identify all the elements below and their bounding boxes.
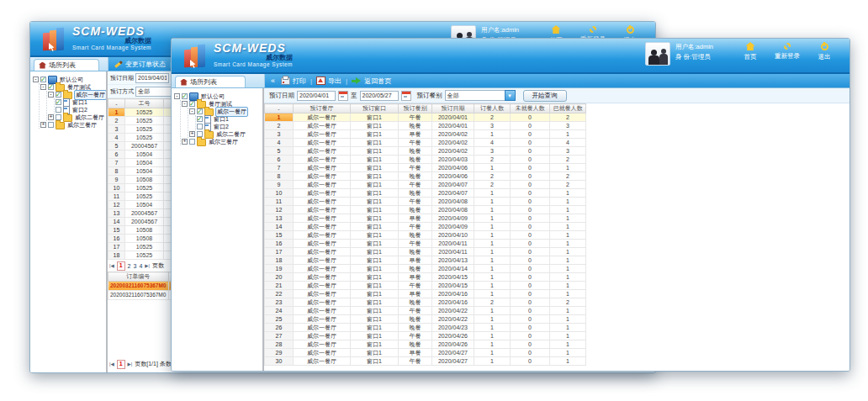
table-row[interactable]: 3威尔一餐厅窗口1早餐2020/04/02101 — [265, 130, 586, 139]
cell: 20004567 — [125, 218, 164, 226]
table-row[interactable]: 26威尔一餐厅窗口1晚餐2020/04/23101 — [265, 324, 586, 332]
table-row[interactable]: 22威尔一餐厅窗口1早餐2020/04/16101 — [265, 290, 586, 298]
nav-logout-button[interactable]: 退出 — [806, 42, 843, 61]
tree-node-label[interactable]: 威尔三餐厅 — [66, 121, 98, 129]
collapse-icon[interactable]: - — [189, 108, 195, 114]
collapse-sidebar-button[interactable]: « — [271, 77, 275, 85]
table-row[interactable]: 9威尔一餐厅窗口1午餐2020/04/07202 — [265, 181, 586, 189]
meal-type-select[interactable]: 全部 ▼ — [445, 90, 516, 101]
checkbox[interactable] — [182, 93, 188, 99]
checkbox[interactable] — [56, 92, 61, 98]
table-row[interactable]: 18威尔一餐厅窗口1早餐2020/04/13101 — [265, 256, 586, 265]
expand-icon[interactable]: + — [189, 131, 195, 137]
expand-icon[interactable]: + — [40, 122, 46, 128]
pager-bottom-first-button[interactable]: |◀ — [109, 361, 114, 367]
cell: 1 — [474, 340, 511, 349]
cell: 2 — [474, 298, 511, 307]
table-row[interactable]: 16威尔一餐厅窗口1午餐2020/04/11101 — [265, 240, 586, 248]
pager-bottom-last-button[interactable]: ▶| — [128, 361, 133, 367]
cell: 早餐 — [399, 349, 432, 357]
table-row[interactable]: 14威尔一餐厅窗口1午餐2020/04/09101 — [265, 223, 586, 231]
table-row[interactable]: 15威尔一餐厅窗口1晚餐2020/04/10101 — [265, 231, 586, 240]
chevron-down-icon[interactable]: ▼ — [505, 90, 516, 101]
cell: 20004567 — [125, 209, 164, 218]
nav-relogin-button[interactable]: 重新登录 — [769, 42, 806, 61]
nav-home-button[interactable]: 首页 — [732, 42, 769, 61]
tree-node-label[interactable]: 威尔三餐厅 — [208, 138, 239, 146]
table-row[interactable]: 28威尔一餐厅窗口1晚餐2020/04/26101 — [265, 340, 586, 349]
collapse-icon[interactable]: - — [48, 92, 54, 98]
table-row[interactable]: 20威尔一餐厅窗口1早餐2020/04/15101 — [265, 273, 586, 282]
date-from-input[interactable] — [297, 91, 336, 101]
places-list-tab[interactable]: 场所列表 — [175, 76, 246, 87]
cell: 10525 — [125, 134, 164, 142]
checkbox[interactable] — [48, 84, 54, 90]
cell: 0 — [511, 181, 550, 189]
table-row[interactable]: 2威尔一餐厅窗口1晚餐2020/04/01303 — [265, 122, 586, 130]
checkbox[interactable] — [197, 108, 203, 114]
checkbox[interactable] — [197, 116, 203, 122]
start-query-button[interactable]: 开始查询 — [523, 90, 567, 102]
pager-page-1[interactable]: 1 — [117, 261, 125, 271]
table-row[interactable]: 23威尔一餐厅窗口1晚餐2020/04/16202 — [265, 298, 586, 307]
collapse-icon[interactable]: - — [40, 84, 46, 90]
collapse-icon[interactable]: - — [33, 77, 39, 82]
expand-icon[interactable]: + — [48, 114, 54, 120]
pager-first-button[interactable]: |◀ — [109, 263, 114, 268]
cell: 窗口1 — [351, 315, 399, 324]
back-home-button[interactable]: 返回首页 — [352, 77, 391, 86]
table-row[interactable]: 13威尔一餐厅窗口1早餐2020/04/09101 — [265, 214, 586, 223]
table-row[interactable]: 7威尔一餐厅窗口1午餐2020/04/06101 — [265, 164, 586, 172]
pager-page-2[interactable]: 2 — [128, 263, 131, 269]
cell: 0 — [511, 147, 550, 156]
table-row[interactable]: 17威尔一餐厅窗口1晚餐2020/04/11101 — [265, 248, 586, 256]
checkbox[interactable] — [56, 107, 61, 113]
mode-input[interactable] — [135, 87, 174, 97]
date-input[interactable] — [135, 73, 169, 83]
places-list-tab[interactable]: 场所列表 — [34, 59, 99, 71]
cell: 1 — [550, 198, 586, 206]
pager-page-4[interactable]: 4 — [139, 263, 142, 269]
expand-icon[interactable]: + — [182, 139, 188, 145]
table-row[interactable]: 6威尔一餐厅窗口1晚餐2020/04/03202 — [265, 156, 586, 164]
cell: 1 — [474, 240, 511, 248]
pager-last-button[interactable]: ▶| — [145, 263, 150, 268]
cell: 2020/04/10 — [432, 231, 474, 240]
table-row[interactable]: 27威尔一餐厅窗口1午餐2020/04/26101 — [265, 332, 586, 340]
print-button[interactable]: 打印 — [281, 77, 306, 86]
table-row[interactable]: 12威尔一餐厅窗口1晚餐2020/04/08101 — [265, 206, 586, 214]
collapse-icon[interactable]: - — [182, 101, 188, 107]
table-row[interactable]: 19威尔一餐厅窗口1晚餐2020/04/14101 — [265, 265, 586, 273]
checkbox[interactable] — [56, 99, 61, 105]
table-row[interactable]: 8威尔一餐厅窗口1晚餐2020/04/06202 — [265, 172, 586, 181]
checkbox[interactable] — [197, 124, 203, 129]
change-order-status-button[interactable]: 变更订单状态 — [114, 60, 166, 69]
table-row[interactable]: 24威尔一餐厅窗口1午餐2020/04/22101 — [265, 307, 586, 315]
calendar-icon[interactable] — [401, 91, 411, 101]
checkbox[interactable] — [40, 77, 46, 82]
table-row[interactable]: 11威尔一餐厅窗口1午餐2020/04/08101 — [265, 198, 586, 206]
table-row[interactable]: 10威尔一餐厅窗口1晚餐2020/04/07101 — [265, 189, 586, 198]
tree-node[interactable]: +威尔三餐厅 — [40, 121, 103, 129]
table-row[interactable]: 30威尔一餐厅窗口1午餐2020/04/27101 — [265, 357, 586, 366]
tree-node[interactable]: +威尔三餐厅 — [182, 138, 260, 145]
pager-bottom-page[interactable]: 1 — [117, 360, 125, 369]
print-icon — [281, 77, 290, 85]
checkbox[interactable] — [189, 101, 195, 107]
table-row[interactable]: 21威尔一餐厅窗口1午餐2020/04/15101 — [265, 282, 586, 290]
checkbox[interactable] — [56, 114, 61, 120]
checkbox[interactable] — [189, 139, 195, 145]
cell: 窗口1 — [351, 324, 399, 332]
date-to-input[interactable] — [360, 91, 399, 101]
table-row[interactable]: 25威尔一餐厅窗口1晚餐2020/04/22101 — [265, 315, 586, 324]
table-row[interactable]: 4威尔一餐厅窗口1午餐2020/04/02404 — [265, 139, 586, 147]
table-row[interactable]: 5威尔一餐厅窗口1晚餐2020/04/02303 — [265, 147, 586, 156]
export-button[interactable]: 导出 — [316, 77, 341, 86]
checkbox[interactable] — [197, 131, 203, 137]
collapse-icon[interactable]: - — [174, 93, 180, 99]
table-row[interactable]: 29威尔一餐厅窗口1早餐2020/04/27101 — [265, 349, 586, 357]
calendar-icon[interactable] — [338, 91, 348, 101]
pager-page-3[interactable]: 3 — [133, 263, 136, 269]
table-row[interactable]: 1威尔一餐厅窗口1午餐2020/04/01202 — [265, 113, 586, 122]
checkbox[interactable] — [48, 122, 54, 128]
